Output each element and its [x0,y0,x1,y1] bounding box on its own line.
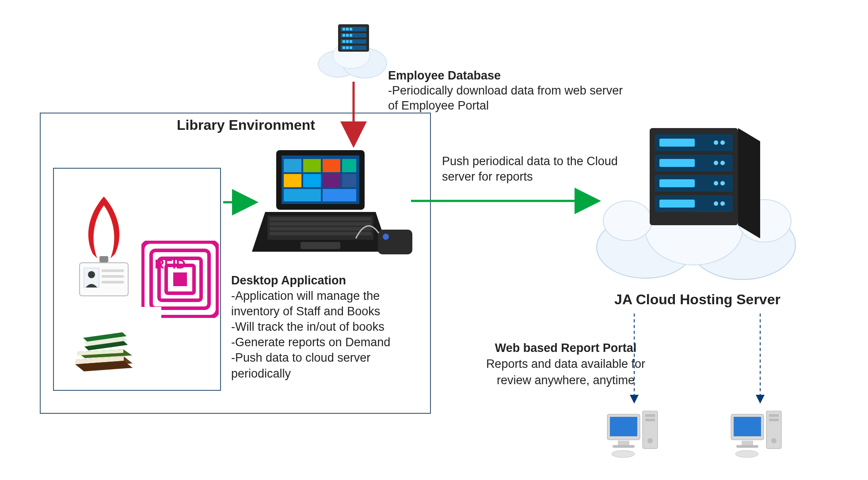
svg-point-74 [714,201,718,206]
svg-point-70 [714,161,718,165]
svg-rect-65 [659,159,695,167]
svg-rect-19 [284,174,301,187]
employee-database-icon [314,15,393,83]
desktop-application-line: -Generate reports on Demand [231,335,417,350]
svg-point-32 [383,234,389,240]
desktop-application-text: Desktop Application -Application will ma… [231,273,417,382]
svg-rect-12 [141,307,161,318]
svg-rect-50 [343,46,345,49]
employee-database-title: Employee Database [388,68,636,83]
svg-rect-20 [303,174,321,187]
laptop-icon [252,146,420,276]
ja-cloud-title: JA Cloud Hosting Server [596,291,799,308]
rfid-tag-icon: RFID [141,241,219,320]
desktop-pc-icon [605,411,663,461]
arrow-cloud-to-pc1 [628,314,641,411]
svg-rect-24 [323,189,356,201]
svg-point-92 [771,438,777,443]
svg-rect-44 [343,34,345,37]
svg-rect-42 [346,28,349,30]
svg-point-68 [714,140,718,145]
svg-rect-5 [102,275,124,278]
svg-rect-30 [301,242,340,249]
svg-rect-49 [350,40,352,43]
svg-rect-66 [659,179,695,187]
svg-rect-46 [350,34,352,37]
svg-point-93 [735,450,758,457]
svg-rect-90 [769,414,779,417]
svg-rect-21 [323,174,340,187]
svg-rect-91 [769,419,779,421]
library-environment-title: Library Environment [177,117,315,133]
svg-rect-29 [270,232,371,235]
svg-rect-4 [102,269,124,272]
svg-rect-81 [645,414,655,417]
svg-rect-79 [613,445,635,448]
employee-database-text: Employee Database -Periodically download… [388,68,636,113]
svg-rect-67 [659,200,695,208]
svg-point-84 [612,450,635,457]
svg-rect-78 [618,441,629,445]
desktop-pc-icon [729,411,787,461]
desktop-application-title: Desktop Application [231,273,417,288]
arrow-cloud-to-pc2 [754,314,767,411]
rfid-label: RFID [155,257,186,271]
desktop-application-line: -Will track the in/out of books [231,319,417,335]
books-icon [71,329,137,384]
svg-rect-11 [173,272,187,286]
svg-rect-0 [99,256,108,262]
employee-database-line: -Periodically download data from web ser… [388,83,636,113]
svg-rect-87 [742,441,753,445]
svg-rect-31 [378,230,412,254]
svg-rect-88 [736,445,758,448]
svg-rect-41 [343,28,345,30]
svg-rect-45 [346,34,349,37]
arrow-empdb-to-laptop [347,82,360,152]
svg-point-69 [720,140,725,145]
svg-point-71 [720,161,725,165]
desktop-application-line: -Application will manage the inventory o… [231,288,417,319]
svg-rect-22 [342,174,356,187]
svg-rect-18 [342,159,356,172]
desktop-application-line: -Push data to cloud server periodically [231,350,417,381]
svg-rect-16 [303,159,321,172]
svg-point-83 [647,438,653,443]
svg-point-73 [720,181,725,185]
arrow-items-to-laptop [223,196,263,209]
svg-rect-77 [610,417,637,436]
svg-rect-28 [270,227,371,231]
cloud-hosting-server-icon [588,124,809,293]
svg-rect-23 [284,189,321,201]
id-card-icon [75,197,133,300]
svg-rect-15 [284,159,301,172]
svg-rect-43 [350,28,352,30]
svg-rect-64 [659,139,695,147]
svg-rect-48 [346,40,349,43]
svg-point-75 [720,201,725,206]
svg-rect-86 [734,417,761,436]
arrow-laptop-to-cloud [411,194,605,208]
svg-marker-58 [738,128,760,238]
svg-rect-17 [323,159,340,172]
svg-point-3 [88,271,95,278]
svg-rect-47 [343,40,345,43]
svg-rect-51 [346,46,349,49]
svg-rect-82 [645,419,655,421]
svg-rect-26 [270,217,371,221]
svg-rect-27 [270,222,371,226]
svg-rect-6 [102,281,124,283]
svg-point-72 [714,181,718,185]
svg-point-56 [603,201,652,241]
svg-rect-52 [350,46,352,49]
